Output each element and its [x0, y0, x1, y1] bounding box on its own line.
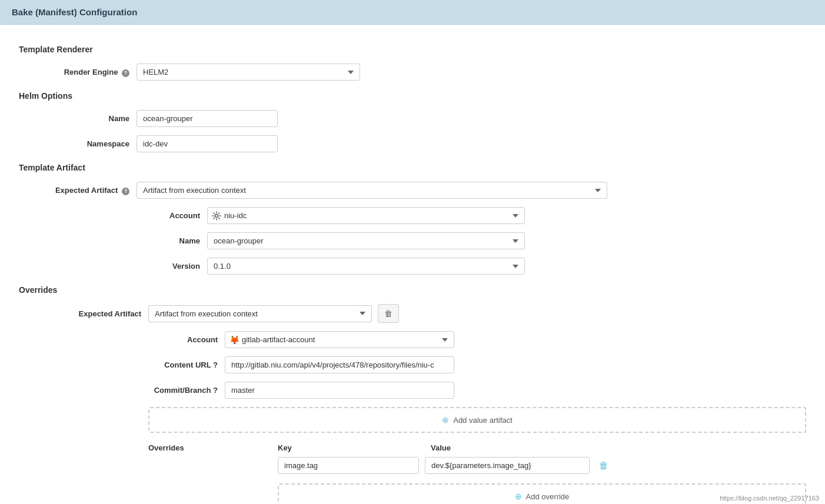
add-value-artifact-button[interactable]: ⊕ Add value artifact — [148, 407, 806, 433]
overrides-expected-artifact-select[interactable]: Artifact from execution context — [148, 305, 372, 322]
template-expected-artifact-info-icon[interactable]: ? — [122, 188, 129, 195]
template-version-select[interactable]: 0.1.0 — [207, 258, 525, 275]
template-name-select[interactable]: ocean-grouper — [207, 232, 525, 249]
content-url-label: Content URL ? — [148, 361, 225, 369]
commit-branch-info-icon[interactable]: ? — [213, 386, 218, 395]
override-value-input[interactable] — [425, 457, 590, 474]
template-account-select[interactable]: niu-idc — [207, 207, 525, 224]
overrides-account-select[interactable]: gitlab-artifact-account — [225, 331, 454, 348]
template-expected-artifact-select[interactable]: Artifact from execution context — [137, 182, 607, 199]
add-override-label: Add override — [526, 492, 570, 501]
template-version-label: Version — [137, 262, 207, 271]
helm-options-title: Helm Options — [19, 91, 806, 101]
add-override-plus-icon: ⊕ — [515, 492, 522, 501]
key-column-header: Key — [278, 443, 425, 452]
override-row-delete-icon[interactable]: 🗑 — [599, 460, 608, 471]
plus-icon: ⊕ — [442, 415, 449, 425]
content-url-info-icon[interactable]: ? — [213, 361, 218, 369]
helm-name-label: Name — [19, 114, 137, 123]
value-column-header: Value — [431, 443, 619, 452]
render-engine-info-icon[interactable]: ? — [122, 69, 129, 77]
add-value-artifact-label: Add value artifact — [453, 416, 512, 425]
helm-name-input[interactable] — [137, 110, 278, 127]
helm-namespace-label: Namespace — [19, 139, 137, 148]
override-key-input[interactable] — [278, 457, 419, 474]
header-title: Bake (Manifest) Configuration — [12, 7, 137, 17]
commit-branch-label: Commit/Branch ? — [148, 386, 225, 395]
template-account-label: Account — [137, 211, 207, 220]
overrides-title: Overrides — [19, 285, 806, 295]
content-url-input[interactable] — [225, 356, 454, 373]
overrides-account-label: Account — [148, 335, 225, 344]
page-title: Bake (Manifest) Configuration — [0, 0, 825, 25]
trash-icon: 🗑 — [384, 309, 392, 318]
overrides-column-header: Overrides — [148, 443, 278, 452]
footer-url: https://blog.csdn.net/qq_22917163 — [720, 495, 819, 502]
overrides-expected-artifact-label: Expected Artifact — [19, 309, 148, 318]
delete-override-button[interactable]: 🗑 — [378, 304, 399, 323]
template-expected-artifact-label: Expected Artifact ? — [19, 186, 137, 195]
template-renderer-title: Template Renderer — [19, 45, 806, 54]
commit-branch-input[interactable] — [225, 382, 454, 399]
template-name-sublabel: Name — [137, 236, 207, 245]
render-engine-select[interactable]: HELM2 HELM3 Kustomize — [137, 64, 360, 81]
render-engine-label: Render Engine ? — [19, 68, 137, 77]
helm-namespace-input[interactable] — [137, 135, 278, 152]
template-artifact-title: Template Artifact — [19, 163, 806, 172]
